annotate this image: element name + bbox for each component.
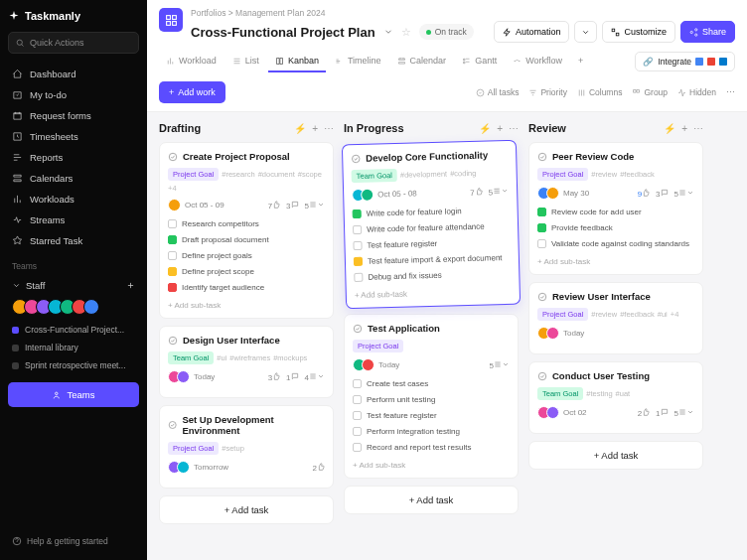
add-subtask[interactable]: + Add sub-task bbox=[168, 301, 325, 310]
team-staff[interactable]: Staff bbox=[8, 276, 139, 295]
tag: #ui bbox=[217, 353, 226, 362]
task-card[interactable]: Review User InterfaceProject Goal#review… bbox=[528, 282, 703, 354]
add-task-button[interactable]: + Add task bbox=[344, 486, 519, 514]
column-review: Review⚡+⋯Peer Review CodeProject Goal#re… bbox=[528, 122, 703, 550]
subtask[interactable]: Write code for feature login bbox=[353, 204, 510, 220]
add-task-button[interactable]: + Add task bbox=[528, 441, 703, 470]
status-badge[interactable]: On track bbox=[419, 24, 474, 40]
project-item[interactable]: Cross-Functional Project... bbox=[8, 321, 139, 339]
nav-reports[interactable]: Reports bbox=[8, 147, 139, 168]
automation-dropdown[interactable] bbox=[574, 21, 597, 43]
subtask[interactable]: Record and report test results bbox=[353, 441, 510, 454]
search-input[interactable]: Quick Actions bbox=[8, 32, 139, 54]
add-tab[interactable]: + bbox=[571, 51, 590, 72]
subtask[interactable]: Validate code against coding standards bbox=[537, 237, 694, 250]
grid-icon bbox=[165, 14, 178, 27]
svg-point-17 bbox=[538, 153, 546, 161]
tab-workload[interactable]: Workload bbox=[159, 51, 224, 72]
task-card[interactable]: Peer Review CodeProject Goal#review#feed… bbox=[528, 142, 703, 275]
tab-kanban[interactable]: Kanban bbox=[268, 51, 326, 72]
subtask[interactable]: Review code for add user bbox=[537, 206, 694, 218]
toolbar-all-tasks[interactable]: All tasks bbox=[476, 87, 520, 97]
task-card[interactable]: Develop Core FunctionalityTeam Goal#deve… bbox=[342, 140, 521, 310]
subtask[interactable]: Provide feedback bbox=[537, 221, 694, 234]
sliders-icon bbox=[611, 28, 620, 37]
toolbar-hidden[interactable]: Hidden bbox=[677, 87, 716, 97]
add-subtask[interactable]: + Add sub-task bbox=[353, 461, 510, 470]
project-item[interactable]: Sprint retrospective meet... bbox=[8, 356, 139, 374]
subtask[interactable]: Draft proposal document bbox=[168, 233, 325, 246]
svg-point-15 bbox=[352, 155, 360, 163]
check-circle-icon bbox=[168, 152, 178, 162]
task-card[interactable]: Test ApplicationProject GoalToday5Create… bbox=[344, 314, 519, 479]
share-button[interactable]: Share bbox=[680, 21, 735, 43]
plus-icon[interactable]: + bbox=[497, 123, 503, 134]
tab-timeline[interactable]: Timeline bbox=[328, 51, 388, 72]
tag: +4 bbox=[671, 310, 679, 319]
subtask[interactable]: Create test cases bbox=[353, 377, 510, 390]
task-card[interactable]: Design User InterfaceTeam Goal#ui#wirefr… bbox=[159, 326, 334, 398]
card-date: May 30 bbox=[563, 189, 589, 198]
toolbar-priority[interactable]: Priority bbox=[528, 87, 566, 97]
bolt-icon[interactable]: ⚡ bbox=[294, 123, 306, 134]
subtask[interactable]: Research competitors bbox=[168, 217, 325, 230]
plus-icon[interactable] bbox=[126, 281, 135, 290]
more-icon[interactable]: ⋯ bbox=[693, 123, 703, 134]
help-link[interactable]: Help & getting started bbox=[8, 532, 139, 550]
check-circle-icon bbox=[168, 336, 178, 346]
column-title: In Progress bbox=[344, 122, 404, 134]
task-card[interactable]: Conduct User TestingTeam Goal#testing#ua… bbox=[528, 361, 703, 434]
nav-request-forms[interactable]: Request forms bbox=[8, 105, 139, 126]
subtask[interactable]: Test feature register bbox=[353, 409, 510, 422]
more-icon[interactable]: ⋯ bbox=[509, 123, 519, 134]
bolt-icon[interactable]: ⚡ bbox=[479, 123, 491, 134]
subtask[interactable]: Define project goals bbox=[168, 249, 325, 262]
help-icon bbox=[12, 536, 22, 546]
tab-gantt[interactable]: Gantt bbox=[455, 51, 504, 72]
bolt-icon[interactable]: ⚡ bbox=[664, 123, 675, 134]
tab-workflow[interactable]: Workflow bbox=[506, 51, 569, 72]
nav-calendars[interactable]: Calendars bbox=[8, 168, 139, 189]
svg-point-16 bbox=[354, 325, 362, 333]
nav-workloads[interactable]: Workloads bbox=[8, 189, 139, 210]
subtask[interactable]: Debug and fix issues bbox=[354, 267, 511, 284]
task-card[interactable]: Create Project ProposalProject Goal#rese… bbox=[159, 142, 334, 319]
subtask[interactable]: Perform integration testing bbox=[353, 425, 510, 438]
more-icon[interactable]: ⋯ bbox=[726, 87, 735, 97]
tag: #document bbox=[258, 170, 295, 179]
subtask[interactable]: Test feature register bbox=[353, 235, 510, 252]
subtask[interactable]: Write code for feature attendance bbox=[353, 219, 510, 236]
task-card[interactable]: Set Up Development EnvironmentProject Go… bbox=[159, 405, 334, 489]
svg-rect-4 bbox=[172, 15, 176, 19]
subtask[interactable]: Define project scope bbox=[168, 265, 325, 278]
tab-list[interactable]: List bbox=[225, 51, 266, 72]
toolbar-group[interactable]: Group bbox=[632, 87, 668, 97]
subtask[interactable]: Perform unit testing bbox=[353, 393, 510, 406]
integrate-button[interactable]: 🔗Integrate bbox=[635, 52, 735, 71]
breadcrumb[interactable]: Portfolios > Management Plan 2024 bbox=[191, 8, 735, 18]
project-icon bbox=[159, 8, 183, 32]
subtask[interactable]: Identify target audience bbox=[168, 281, 325, 294]
chevron-down-icon[interactable] bbox=[383, 27, 393, 37]
plus-icon[interactable]: + bbox=[312, 123, 318, 134]
project-item[interactable]: Internal library bbox=[8, 339, 139, 356]
add-work-button[interactable]: +Add work bbox=[159, 81, 225, 103]
tab-calendar[interactable]: Calendar bbox=[390, 51, 454, 72]
teams-button[interactable]: Teams bbox=[8, 382, 139, 407]
nav-my-to-do[interactable]: My to-do bbox=[8, 84, 139, 105]
subtask[interactable]: Test feature import & export document bbox=[354, 251, 511, 268]
nav-timesheets[interactable]: Timesheets bbox=[8, 126, 139, 147]
add-subtask[interactable]: + Add sub-task bbox=[537, 257, 694, 266]
customize-button[interactable]: Customize bbox=[602, 21, 675, 43]
nav-dashboard[interactable]: Dashboard bbox=[8, 64, 139, 84]
add-subtask[interactable]: + Add sub-task bbox=[355, 287, 512, 300]
nav-streams[interactable]: Streams bbox=[8, 210, 139, 230]
star-icon[interactable]: ☆ bbox=[401, 26, 411, 39]
automation-button[interactable]: Automation bbox=[494, 21, 570, 43]
nav-starred-task[interactable]: Starred Task bbox=[8, 230, 139, 251]
toolbar-columns[interactable]: Columns bbox=[577, 87, 623, 97]
more-icon[interactable]: ⋯ bbox=[324, 123, 334, 134]
plus-icon[interactable]: + bbox=[681, 123, 687, 134]
add-task-button[interactable]: + Add task bbox=[159, 495, 334, 524]
tag: #feedback bbox=[620, 170, 655, 179]
